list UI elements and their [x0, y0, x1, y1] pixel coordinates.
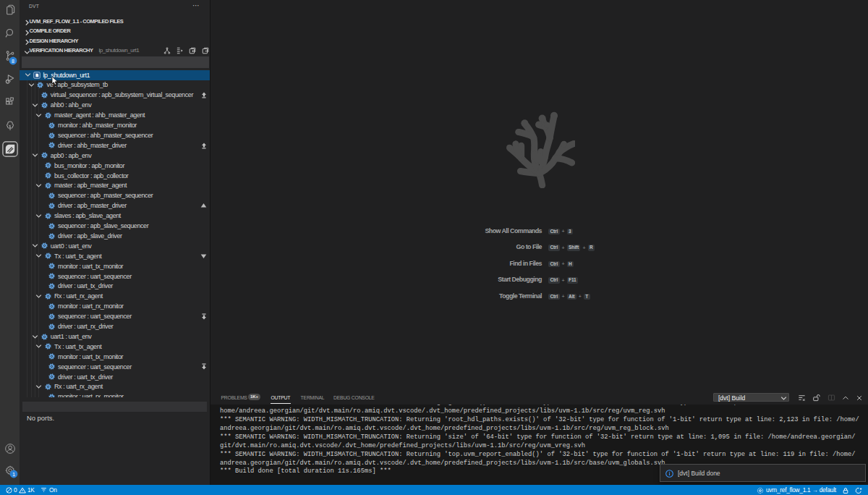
svg-text:8: 8 — [12, 59, 14, 64]
svg-text:1: 1 — [12, 471, 14, 478]
